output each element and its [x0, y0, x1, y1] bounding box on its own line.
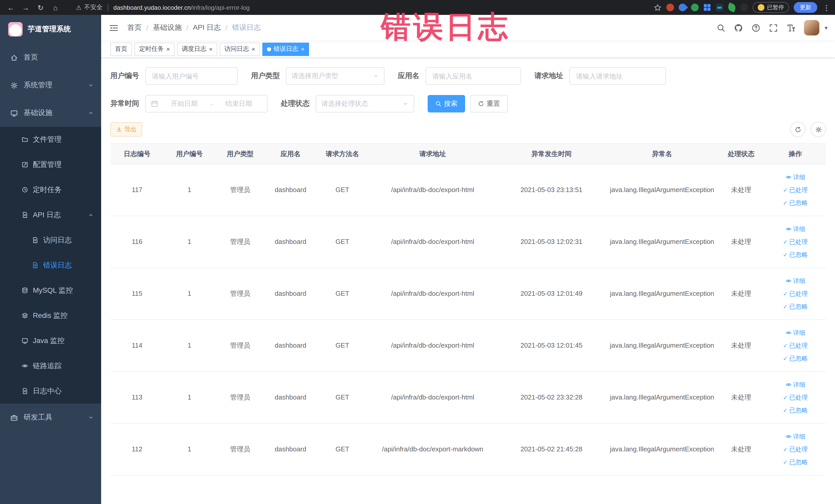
tag-job-log[interactable]: 调度日志 × — [177, 42, 217, 56]
action-detail[interactable]: 详细 — [786, 327, 806, 339]
close-icon[interactable]: × — [166, 45, 170, 53]
breadcrumb-item[interactable]: 首页 — [127, 23, 142, 32]
cell-log-id: 115 — [110, 289, 164, 299]
action-ignored[interactable]: ✓已忽略 — [783, 404, 808, 417]
extension-blue-drop-icon[interactable] — [677, 2, 688, 13]
search-icon[interactable] — [717, 23, 726, 32]
export-button[interactable]: 导出 — [110, 122, 142, 137]
sidebar-item-log-center[interactable]: 日志中心 — [0, 379, 101, 404]
paused-badge[interactable]: 已暂停 — [753, 2, 789, 13]
table-row: 114 1 管理员 dashboard GET /api/infra/db-do… — [110, 320, 826, 372]
extension-on-icon[interactable]: on — [716, 4, 724, 11]
extension-dark-icon[interactable] — [740, 4, 748, 11]
date-range-picker[interactable]: 开始日期 - 结束日期 — [145, 95, 267, 113]
site-security[interactable]: ⚠ 不安全 — [76, 3, 103, 12]
action-ignored[interactable]: ✓已忽略 — [783, 456, 808, 468]
action-processed[interactable]: ✓已处理 — [783, 236, 808, 248]
extension-green-icon[interactable] — [691, 4, 699, 11]
check-icon: ✓ — [783, 248, 788, 261]
tag-job[interactable]: 定时任务 × — [135, 42, 175, 56]
tag-home[interactable]: 首页 — [110, 42, 132, 56]
sidebar-item-access-log[interactable]: 访问日志 — [0, 227, 101, 253]
hamburger-icon[interactable] — [109, 23, 119, 32]
action-ignored[interactable]: ✓已忽略 — [783, 197, 808, 209]
cell-url: /api/infra/db-doc/export-html — [369, 341, 496, 351]
chevron-down-icon — [88, 82, 94, 88]
font-size-icon[interactable] — [787, 23, 795, 32]
action-processed[interactable]: ✓已处理 — [783, 287, 808, 300]
breadcrumb-item[interactable]: 基础设施 — [153, 23, 182, 32]
sidebar-item-trace[interactable]: 链路追踪 — [0, 353, 101, 379]
address-bar[interactable]: dashboard.yudao.iocoder.cn /infra/log/ap… — [114, 4, 250, 11]
action-detail[interactable]: 详细 — [786, 379, 806, 391]
action-processed[interactable]: ✓已处理 — [783, 443, 808, 456]
browser-refresh-icon[interactable]: ↻ — [35, 2, 46, 13]
chevron-down-icon — [373, 73, 379, 79]
user-id-input[interactable] — [145, 67, 238, 85]
browser-forward-icon[interactable]: → — [20, 2, 31, 13]
action-processed[interactable]: ✓已处理 — [783, 184, 808, 196]
app-logo[interactable]: 芋道管理系统 — [0, 15, 101, 44]
search-button[interactable]: 搜索 — [428, 95, 465, 113]
cell-exception: java.lang.IllegalArgumentException — [607, 237, 717, 247]
sidebar-item-infra[interactable]: 基础设施 — [0, 99, 101, 127]
tag-error-log[interactable]: 错误日志 × — [262, 42, 309, 56]
close-icon[interactable]: × — [251, 45, 255, 53]
close-icon[interactable]: × — [209, 45, 212, 53]
chrome-menu-icon[interactable]: ⋮ — [823, 3, 830, 12]
table-header: 日志编号 用户编号 用户类型 应用名 请求方法名 请求地址 异常发生时间 异常名… — [110, 144, 826, 164]
sidebar-item-home[interactable]: 首页 — [0, 44, 101, 72]
action-ignored[interactable]: ✓已忽略 — [783, 352, 808, 365]
sidebar-item-java[interactable]: Java 监控 — [0, 328, 101, 353]
action-detail[interactable]: 详细 — [786, 223, 806, 235]
close-icon[interactable]: × — [301, 45, 304, 53]
help-icon[interactable] — [752, 23, 760, 32]
calendar-icon — [151, 100, 158, 107]
clock-icon — [22, 186, 28, 193]
sidebar-menu: 首页 系统管理 基础设施 文件管理 — [0, 44, 101, 431]
caret-down-icon[interactable]: ▾ — [825, 24, 828, 31]
tag-access-log[interactable]: 访问日志 × — [220, 42, 260, 56]
fullscreen-icon[interactable] — [769, 23, 778, 32]
action-processed[interactable]: ✓已处理 — [783, 391, 808, 404]
action-detail[interactable]: 详细 — [786, 430, 806, 443]
sidebar-item-mysql[interactable]: MySQL 监控 — [0, 278, 101, 303]
refresh-table-button[interactable] — [790, 122, 806, 137]
cell-actions: 详细 ✓已处理 ✓已忽略 — [765, 379, 826, 417]
action-processed[interactable]: ✓已处理 — [783, 339, 808, 352]
user-avatar[interactable] — [804, 20, 820, 36]
action-ignored[interactable]: ✓已忽略 — [783, 248, 808, 261]
action-detail[interactable]: 详细 — [786, 275, 806, 287]
user-type-select[interactable]: 请选择用户类型 — [286, 67, 385, 85]
sidebar-item-config[interactable]: 配置管理 — [0, 152, 101, 177]
extension-red-icon[interactable] — [666, 4, 674, 11]
sidebar-item-redis[interactable]: Redis 监控 — [0, 303, 101, 328]
bookmark-star-icon[interactable] — [653, 3, 662, 12]
chrome-update-button[interactable]: 更新 — [794, 2, 817, 13]
browser-back-icon[interactable]: ← — [5, 2, 16, 13]
action-ignored[interactable]: ✓已忽略 — [783, 300, 808, 313]
sidebar-item-dev-tools[interactable]: 研发工具 — [0, 404, 101, 431]
github-icon[interactable] — [734, 23, 743, 32]
divider — [108, 4, 108, 11]
action-detail[interactable]: 详细 — [786, 171, 806, 183]
chevron-down-icon — [403, 101, 409, 107]
check-icon: ✓ — [783, 443, 788, 456]
browser-home-icon[interactable]: ⌂ — [50, 2, 61, 13]
column-settings-button[interactable] — [811, 122, 826, 137]
extension-leaf-icon[interactable] — [727, 3, 737, 12]
extension-grid-icon[interactable] — [703, 4, 711, 11]
request-url-input[interactable] — [569, 67, 666, 85]
cell-app: dashboard — [265, 185, 316, 195]
app-name-input[interactable] — [426, 67, 521, 85]
toolbar-right — [790, 122, 826, 137]
sidebar-item-error-log[interactable]: 错误日志 — [0, 253, 101, 278]
cell-actions: 详细 ✓已处理 ✓已忽略 — [765, 223, 826, 261]
breadcrumb-item[interactable]: API 日志 — [193, 23, 221, 32]
reset-button[interactable]: 重置 — [470, 95, 508, 113]
sidebar-item-api-log[interactable]: API 日志 — [0, 202, 101, 227]
process-status-select[interactable]: 请选择处理状态 — [316, 95, 414, 113]
sidebar-item-system[interactable]: 系统管理 — [0, 72, 101, 99]
sidebar-item-job[interactable]: 定时任务 — [0, 177, 101, 202]
sidebar-item-file[interactable]: 文件管理 — [0, 127, 101, 152]
